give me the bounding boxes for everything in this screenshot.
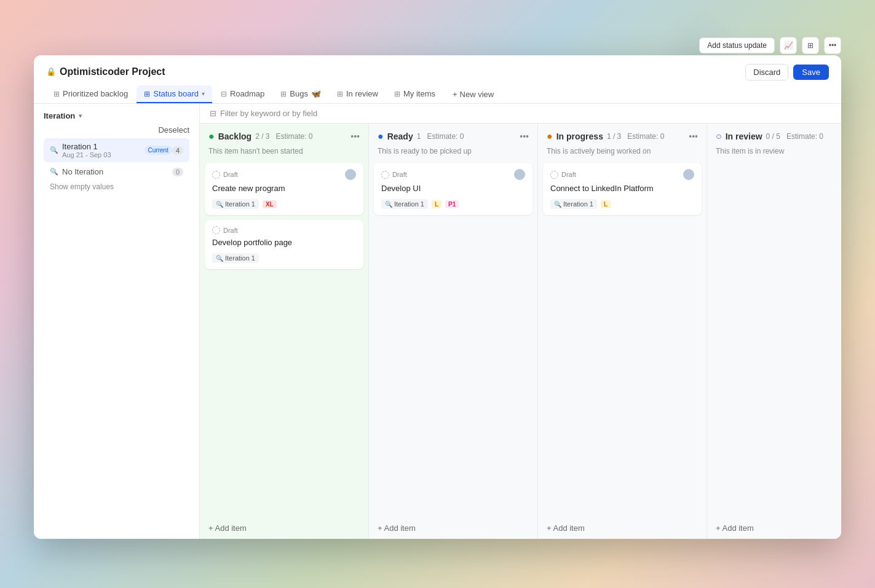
column-inprogress-count: 1 / 3 [607, 132, 621, 141]
no-iteration-count: 0 [172, 168, 183, 176]
column-inprogress-estimate: Estimate: 0 [627, 132, 664, 141]
tab-status-board[interactable]: ⊞ Status board ▾ [137, 85, 212, 103]
column-inprogress-header: ● In progress 1 / 3 Estimate: 0 ••• [538, 123, 707, 147]
sidebar-section: Iteration ▾ Deselect 🔍 Iteration 1 Aug 2… [34, 104, 199, 201]
backlog-add-item-button[interactable]: + Add item [200, 517, 368, 539]
column-ready-estimate: Estimate: 0 [427, 132, 464, 141]
more-dots-icon[interactable]: ••• [824, 37, 841, 54]
show-empty-button[interactable]: Show empty values [44, 180, 189, 194]
card3-iteration-tag: 🔍 Iteration 1 [381, 199, 428, 209]
tab-prioritized-backlog[interactable]: ⊞ Prioritized backlog [46, 85, 135, 103]
filter-bar: ⊟ Filter by keyword or by field [200, 104, 841, 123]
iteration-filter-header[interactable]: Iteration ▾ [44, 111, 189, 120]
no-iteration-icon: 🔍 [50, 168, 58, 176]
card3-avatar [514, 169, 525, 180]
column-in-review: ○ In review 0 / 5 Estimate: 0 This item … [707, 123, 841, 539]
iteration-search-icon-1: 🔍 [216, 201, 223, 208]
board-area: ⊟ Filter by keyword or by field ● Backlo… [200, 104, 841, 539]
chevron-down-icon-sidebar: ▾ [79, 112, 82, 119]
tab-prioritized-backlog-label: Prioritized backlog [63, 89, 128, 98]
column-backlog: ● Backlog 2 / 3 Estimate: 0 ••• This ite… [200, 123, 369, 539]
card3-iteration-label: Iteration 1 [394, 200, 424, 208]
card4-size-tag: L [601, 200, 611, 208]
column-ready-menu[interactable]: ••• [520, 131, 529, 141]
status-update-button[interactable]: Add status update [699, 37, 775, 53]
iteration1-dates: Aug 21 - Sep 03 [62, 151, 141, 159]
iteration-search-icon: 🔍 [50, 146, 58, 154]
column-ready-title: Ready [387, 131, 413, 141]
card1-footer: 🔍 Iteration 1 XL [212, 199, 356, 209]
filter-placeholder: Filter by keyword or by field [220, 109, 317, 118]
iteration-search-icon-4: 🔍 [554, 201, 561, 208]
backlog-status-dot: ● [208, 131, 215, 142]
column-backlog-header: ● Backlog 2 / 3 Estimate: 0 ••• [200, 123, 368, 147]
tab-roadmap-label: Roadmap [230, 89, 264, 98]
column-inprogress-title: In progress [556, 131, 603, 141]
card3-status-label: Draft [392, 171, 407, 178]
card-connect-linkedin[interactable]: Draft Connect to LinkedIn Platform 🔍 Ite… [543, 163, 702, 215]
table-icon-backlog: ⊞ [53, 90, 60, 98]
grid-icon[interactable]: ⊞ [802, 37, 819, 54]
card1-status: Draft [212, 169, 356, 180]
column-inprogress-desc: This is actively being worked on [538, 147, 707, 160]
column-inprogress-cards: Draft Connect to LinkedIn Platform 🔍 Ite… [538, 160, 707, 517]
card1-title: Create new program [212, 183, 356, 194]
draft-icon-4 [550, 171, 558, 179]
card2-footer: 🔍 Iteration 1 [212, 253, 356, 263]
card4-footer: 🔍 Iteration 1 L [550, 199, 694, 209]
table-icon-review: ⊞ [337, 90, 343, 98]
card1-status-label: Draft [223, 171, 238, 178]
deselect-button[interactable]: Deselect [158, 125, 189, 135]
card1-iteration-tag: 🔍 Iteration 1 [212, 199, 259, 209]
sidebar-item-iteration1[interactable]: 🔍 Iteration 1 Aug 21 - Sep 03 Current 4 [44, 138, 189, 162]
iteration1-info: Iteration 1 Aug 21 - Sep 03 [62, 142, 141, 159]
card2-iteration-tag: 🔍 Iteration 1 [212, 253, 259, 263]
plus-icon: + [453, 90, 457, 99]
top-bar: Add status update 📈 ⊞ ••• [699, 37, 841, 54]
column-ready-count: 1 [417, 132, 421, 141]
new-view-button[interactable]: + New view [446, 86, 500, 103]
card-develop-ui[interactable]: Draft Develop UI 🔍 Iteration 1 L P1 [374, 163, 533, 215]
nav-tabs: ⊞ Prioritized backlog ⊞ Status board ▾ ⊟… [46, 85, 829, 103]
tab-status-board-label: Status board [153, 89, 199, 98]
filter-icon: ⊟ [210, 109, 216, 118]
card2-title: Develop portfolio page [212, 237, 356, 248]
chart-line-icon[interactable]: 📈 [780, 37, 797, 54]
iteration-filter-label: Iteration [44, 111, 75, 120]
save-button[interactable]: Save [793, 65, 829, 80]
inprogress-status-dot: ● [547, 131, 553, 142]
column-backlog-estimate: Estimate: 0 [276, 132, 313, 141]
column-inreview-title: In review [726, 131, 762, 141]
ready-add-item-button[interactable]: + Add item [369, 517, 537, 539]
card4-iteration-label: Iteration 1 [563, 200, 593, 208]
column-backlog-menu[interactable]: ••• [350, 131, 360, 141]
card-develop-portfolio[interactable]: Draft Develop portfolio page 🔍 Iteration… [205, 220, 363, 269]
column-inprogress-menu[interactable]: ••• [689, 131, 698, 141]
column-backlog-count: 2 / 3 [255, 132, 269, 141]
card1-iteration-label: Iteration 1 [225, 200, 255, 208]
bugs-emoji: 🦋 [311, 89, 321, 98]
column-in-progress: ● In progress 1 / 3 Estimate: 0 ••• This… [538, 123, 707, 539]
card4-avatar [683, 169, 694, 180]
tab-bugs-label: Bugs [290, 89, 308, 98]
tab-roadmap[interactable]: ⊟ Roadmap [213, 85, 272, 103]
chevron-down-icon: ▾ [202, 90, 205, 97]
column-ready-cards: Draft Develop UI 🔍 Iteration 1 L P1 [369, 160, 537, 517]
tab-in-review[interactable]: ⊞ In review [330, 85, 386, 103]
inreview-add-item-button[interactable]: + Add item [707, 517, 841, 539]
card-create-new-program[interactable]: Draft Create new program 🔍 Iteration 1 X… [205, 163, 363, 215]
draft-icon-1 [212, 171, 220, 179]
column-inreview-count: 0 / 5 [766, 132, 780, 141]
filter-input-area[interactable]: ⊟ Filter by keyword or by field [210, 109, 831, 118]
discard-button[interactable]: Discard [745, 64, 788, 80]
header-actions: Discard Save [745, 64, 829, 85]
card4-title: Connect to LinkedIn Platform [550, 183, 694, 194]
tab-bugs[interactable]: ⊞ Bugs 🦋 [273, 85, 328, 103]
sidebar-item-no-iteration[interactable]: 🔍 No Iteration 0 [44, 163, 189, 180]
card2-iteration-label: Iteration 1 [225, 254, 255, 262]
iteration1-count: 4 [172, 146, 183, 155]
main-content: Iteration ▾ Deselect 🔍 Iteration 1 Aug 2… [34, 104, 841, 539]
inprogress-add-item-button[interactable]: + Add item [538, 517, 707, 539]
table-icon-myitems: ⊞ [394, 90, 400, 98]
tab-my-items[interactable]: ⊞ My items [387, 85, 443, 103]
